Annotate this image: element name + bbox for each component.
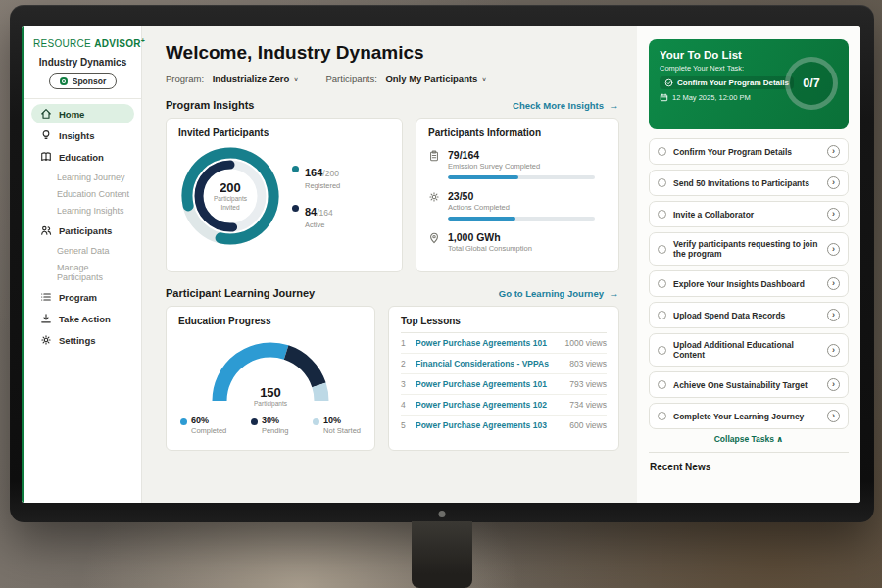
sidebar-item-education[interactable]: Education: [31, 147, 134, 167]
chevron-down-icon: ∨: [481, 75, 486, 81]
gauge-value: 150: [197, 385, 344, 400]
lesson-rank: 5: [401, 420, 408, 430]
sponsor-icon: [60, 77, 68, 85]
task-item[interactable]: Explore Your Insights Dashboard ›: [649, 270, 849, 297]
chevron-right-icon[interactable]: ›: [827, 176, 840, 189]
sidebar-item-label: Learning Journey: [57, 172, 125, 182]
calendar-icon: [660, 93, 668, 102]
task-checkbox[interactable]: [658, 245, 666, 254]
task-label: Send 50 Invitations to Participants: [673, 178, 809, 188]
lesson-row: 4 Power Purchase Agreements 102 734 view…: [401, 395, 607, 416]
light-dot-icon: [313, 418, 319, 425]
sidebar-item-label: Insights: [59, 130, 94, 141]
program-dropdown[interactable]: Industrialize Zero ∨: [213, 74, 299, 84]
lesson-rank: 2: [401, 359, 408, 368]
invited-total: 200: [220, 180, 241, 195]
link-label: Check More Insights: [513, 100, 604, 111]
collapse-tasks-link[interactable]: Collapse Tasks ∧: [649, 434, 849, 444]
sidebar-item-learning-insights[interactable]: Learning Insights: [24, 202, 141, 219]
chevron-right-icon[interactable]: ›: [827, 277, 840, 290]
location-pin-icon: [428, 232, 440, 244]
sidebar-divider: [24, 98, 141, 99]
sidebar-item-participants[interactable]: Participants: [31, 220, 134, 240]
sidebar-item-home[interactable]: Home: [31, 104, 134, 123]
task-item[interactable]: Confirm Your Program Details ›: [649, 138, 849, 165]
task-item[interactable]: Verify participants requesting to join t…: [649, 232, 849, 266]
sidebar-item-label: Settings: [59, 335, 95, 346]
task-checkbox[interactable]: [658, 279, 666, 288]
sidebar-item-label: Manage Participants: [57, 263, 103, 282]
participants-filter-label: Participants:: [326, 74, 377, 84]
donut-legend: 164/200 Registered 84/164 Active: [292, 163, 340, 229]
check-more-insights-link[interactable]: Check More Insights →: [513, 99, 619, 111]
lesson-views: 1000 views: [564, 338, 607, 348]
sidebar-item-insights[interactable]: Insights: [31, 125, 134, 145]
legend-completed: 60% Completed: [180, 416, 226, 435]
sidebar-item-program[interactable]: Program: [31, 287, 134, 307]
legend-label: Pending: [262, 426, 289, 435]
lesson-link[interactable]: Power Purchase Agreements 101: [416, 379, 547, 389]
chevron-right-icon[interactable]: ›: [827, 410, 840, 422]
chevron-right-icon[interactable]: ›: [827, 378, 840, 391]
go-to-learning-journey-link[interactable]: Go to Learning Journey →: [499, 287, 619, 299]
lesson-link[interactable]: Financial Considerations - VPPAs: [416, 359, 549, 368]
navy-dot-icon: [251, 418, 258, 425]
sidebar-item-label: Program: [59, 292, 97, 303]
participants-dropdown[interactable]: Only My Participants ∨: [385, 74, 486, 84]
blue-dot-icon: [180, 418, 187, 425]
todo-progress-ring: 0/7: [785, 57, 838, 110]
task-item[interactable]: Upload Additional Educational Content ›: [649, 333, 849, 367]
metric-value: 79/164: [448, 149, 595, 161]
lesson-link[interactable]: Power Purchase Agreements 103: [416, 420, 547, 430]
next-task: Confirm Your Program Details: [660, 76, 794, 89]
filter-bar: Program: Industrialize Zero ∨ Participan…: [166, 74, 619, 84]
task-checkbox[interactable]: [658, 346, 666, 355]
task-checkbox[interactable]: [658, 178, 666, 187]
sidebar-item-manage-participants[interactable]: Manage Participants: [24, 259, 141, 285]
task-item[interactable]: Complete Your Learning Journey ›: [649, 403, 849, 429]
chevron-right-icon[interactable]: ›: [827, 145, 840, 158]
chevron-right-icon[interactable]: ›: [827, 309, 840, 321]
sidebar-item-education-content[interactable]: Education Content: [24, 185, 141, 202]
chevron-right-icon[interactable]: ›: [827, 208, 840, 220]
emission-survey-row: 79/164 Emission Survey Completed: [428, 149, 607, 179]
people-icon: [40, 224, 52, 236]
task-item[interactable]: Achieve One Sustainability Target ›: [649, 371, 849, 398]
sidebar-item-settings[interactable]: Settings: [31, 330, 134, 350]
sidebar-item-learning-journey[interactable]: Learning Journey: [24, 169, 141, 185]
chevron-right-icon[interactable]: ›: [827, 344, 840, 357]
section-title: Program Insights: [166, 99, 254, 111]
task-item[interactable]: Invite a Collaborator ›: [649, 201, 849, 227]
chevron-down-icon: ∨: [293, 75, 298, 81]
legend-pending: 30% Pending: [251, 416, 289, 435]
monitor-frame: RESOURCE ADVISOR+ Industry Dynamics Spon…: [10, 5, 874, 522]
lesson-link[interactable]: Power Purchase Agreements 101: [416, 338, 547, 348]
task-checkbox[interactable]: [658, 380, 666, 389]
task-item[interactable]: Send 50 Invitations to Participants ›: [649, 170, 849, 196]
gauge-legend: 60% Completed 30% Pending 10% Not Starte…: [178, 416, 363, 435]
legend-label: Not Started: [323, 426, 361, 435]
sidebar: RESOURCE ADVISOR+ Industry Dynamics Spon…: [22, 26, 142, 503]
chevron-right-icon[interactable]: ›: [827, 243, 840, 256]
metric-value: 1,000 GWh: [448, 231, 532, 243]
legend-not-started: 10% Not Started: [313, 416, 361, 435]
legend-value: 84: [305, 206, 317, 218]
task-checkbox[interactable]: [658, 311, 666, 319]
teal-dot-icon: [292, 166, 299, 172]
sidebar-item-take-action[interactable]: Take Action: [31, 309, 134, 328]
task-checkbox[interactable]: [658, 210, 666, 219]
task-checkbox[interactable]: [658, 412, 666, 420]
lesson-link[interactable]: Power Purchase Agreements 102: [416, 400, 547, 410]
sidebar-item-general-data[interactable]: General Data: [24, 242, 141, 259]
metric-label: Actions Completed: [448, 203, 595, 212]
task-item[interactable]: Upload Spend Data Records ›: [649, 302, 849, 328]
participants-information-card: Participants Information 79/164 Emission…: [416, 118, 619, 272]
task-checkbox[interactable]: [658, 147, 666, 156]
logo-text-primary: RESOURCE: [33, 38, 91, 49]
legend-label: Registered: [305, 181, 340, 190]
legend-pct: 30%: [262, 416, 279, 425]
lesson-rank: 4: [401, 400, 408, 410]
todo-progress-value: 0/7: [803, 76, 819, 90]
lesson-row: 5 Power Purchase Agreements 103 600 view…: [401, 416, 607, 435]
download-action-icon: [40, 313, 52, 324]
